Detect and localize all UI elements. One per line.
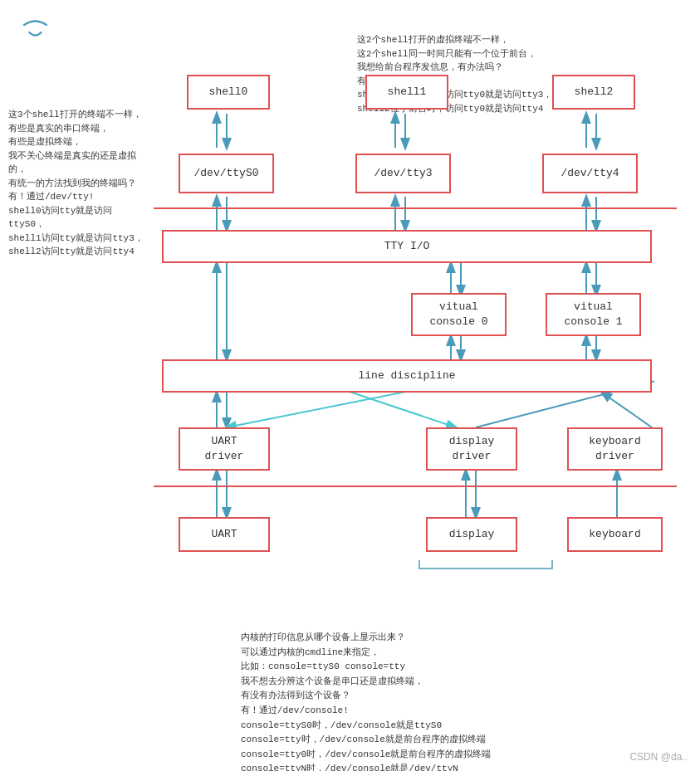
svg-line-27 <box>602 393 652 427</box>
virtual-console-0-box: vitual console 0 <box>411 293 507 336</box>
virtual-console-1-box: vitual console 1 <box>546 293 641 336</box>
tty3-box: /dev/tty3 <box>355 154 451 193</box>
h-line-1 <box>154 207 677 209</box>
shell0-box: shell0 <box>187 75 270 110</box>
annotation-left: 这3个shell打开的终端不一样， 有些是真实的串口终端， 有些是虚拟终端， 我… <box>8 108 145 259</box>
display-driver-box: display driver <box>426 427 517 471</box>
h-line-2 <box>154 486 677 487</box>
smiley-icon <box>17 10 54 47</box>
watermark: CSDN @da.. <box>629 751 688 763</box>
ttyS0-box: /dev/ttyS0 <box>179 154 274 193</box>
uart-driver-box: UART driver <box>179 427 270 471</box>
shell1-box: shell1 <box>365 75 448 110</box>
tty4-box: /dev/tty4 <box>542 154 638 193</box>
diagram: shell0 shell1 shell2 /dev/ttyS0 /dev/tty… <box>154 71 677 618</box>
keyboard-box: keyboard <box>567 517 663 552</box>
uart-box: UART <box>179 517 270 552</box>
line-discipline-box: line discipline <box>162 359 652 393</box>
shell2-box: shell2 <box>552 75 635 110</box>
annotation-bottom: 内核的打印信息从哪个设备上显示出来？ 可以通过内核的cmdline来指定， 比如… <box>241 631 673 771</box>
tty-io-box: TTY I/O <box>162 230 652 263</box>
display-box: display <box>426 517 517 552</box>
page-container: 这3个shell打开的终端不一样， 有些是真实的串口终端， 有些是虚拟终端， 我… <box>0 0 700 771</box>
keyboard-driver-box: keyboard driver <box>567 427 663 471</box>
